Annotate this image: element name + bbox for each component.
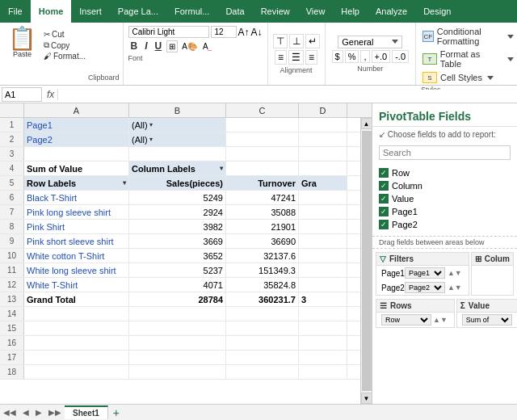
tab-file[interactable]: File xyxy=(0,0,31,23)
vertical-scrollbar[interactable]: ▲ ▼ xyxy=(360,118,372,404)
cell-a8[interactable]: Pink Shirt xyxy=(24,220,129,233)
tab-help[interactable]: Help xyxy=(333,0,368,23)
increase-decimal-button[interactable]: +.0 xyxy=(372,50,391,63)
cell-b8[interactable]: 3982 xyxy=(129,220,226,233)
cell-c10[interactable]: 32137.6 xyxy=(226,249,299,262)
font-name-input[interactable] xyxy=(128,26,209,38)
align-center-button[interactable]: ☰ xyxy=(288,50,304,65)
tab-page-layout[interactable]: Page La... xyxy=(110,0,166,23)
cell-b17[interactable] xyxy=(129,351,226,364)
sheet-nav-next[interactable]: ▶ xyxy=(32,406,45,418)
cell-c8[interactable]: 21901 xyxy=(226,220,299,233)
pivot-search-input[interactable] xyxy=(380,146,510,159)
formula-input[interactable] xyxy=(58,90,517,99)
cell-b15[interactable] xyxy=(129,321,226,335)
cell-d4[interactable] xyxy=(299,162,347,175)
cell-a12[interactable]: White T-Shirt xyxy=(24,278,129,292)
sheet-nav-prev[interactable]: ◀ xyxy=(19,406,32,418)
format-table-button[interactable]: T Format as Table xyxy=(421,48,515,69)
cell-c12[interactable]: 35824.8 xyxy=(226,278,299,292)
percent-button[interactable]: % xyxy=(345,50,359,63)
filter-page1-scroll[interactable]: ▲▼ xyxy=(446,269,464,277)
cell-b4[interactable]: Column Labels▾ xyxy=(129,162,226,175)
cell-c11[interactable]: 151349.3 xyxy=(226,263,299,277)
rows-scroll[interactable]: ▲▼ xyxy=(431,316,449,324)
cell-d2[interactable] xyxy=(299,132,347,146)
cell-a11[interactable]: White long sleeve shirt xyxy=(24,263,129,277)
tab-analyze[interactable]: Analyze xyxy=(368,0,415,23)
cell-d11[interactable] xyxy=(299,263,347,277)
cell-styles-button[interactable]: S Cell Styles xyxy=(421,71,515,84)
col-header-d[interactable]: D xyxy=(299,103,347,117)
cell-c4[interactable] xyxy=(226,162,299,175)
name-box[interactable] xyxy=(2,87,42,102)
cell-a7[interactable]: Pink long sleeve shirt xyxy=(24,205,129,219)
align-top-button[interactable]: ⊤ xyxy=(273,34,288,48)
scroll-thumb[interactable] xyxy=(362,131,372,391)
cell-b11[interactable]: 5237 xyxy=(129,263,226,277)
cell-d13[interactable]: 3 xyxy=(299,292,347,306)
cell-d18[interactable] xyxy=(299,365,347,379)
sheet-nav-right[interactable]: ▶▶ xyxy=(45,406,65,418)
cell-a4[interactable]: Sum of Value xyxy=(24,162,129,175)
cell-d9[interactable] xyxy=(299,234,347,248)
cell-a6[interactable]: Black T-Shirt xyxy=(24,191,129,204)
cell-d12[interactable] xyxy=(299,278,347,292)
decrease-font-button[interactable]: A↓ xyxy=(251,27,263,38)
cell-c15[interactable] xyxy=(226,321,299,335)
format-painter-button[interactable]: 🖌 Format... xyxy=(41,51,88,61)
cell-d7[interactable] xyxy=(299,205,347,219)
cell-d8[interactable] xyxy=(299,220,347,233)
cell-c14[interactable] xyxy=(226,307,299,321)
cell-a5[interactable]: Row Labels▾ xyxy=(24,176,129,190)
italic-button[interactable]: I xyxy=(142,40,149,52)
sheet-nav-left[interactable]: ◀◀ xyxy=(0,406,19,418)
align-right-button[interactable]: ≡ xyxy=(305,50,317,65)
cell-b7[interactable]: 2924 xyxy=(129,205,226,219)
cell-a16[interactable] xyxy=(24,336,129,350)
wrap-text-button[interactable]: ↵ xyxy=(305,34,320,48)
cell-b3[interactable] xyxy=(129,147,226,161)
cell-b1[interactable]: (All)▾ xyxy=(129,118,226,132)
cell-b13[interactable]: 28784 xyxy=(129,292,226,306)
cell-d16[interactable] xyxy=(299,336,347,350)
tab-data[interactable]: Data xyxy=(217,0,252,23)
cell-a10[interactable]: White cotton T-Shirt xyxy=(24,249,129,262)
cut-button[interactable]: ✂ Cut xyxy=(41,29,88,40)
rows-row-select[interactable]: Row xyxy=(381,314,431,326)
pivot-checkbox-page2[interactable] xyxy=(379,220,389,229)
pivot-checkbox-column[interactable] xyxy=(379,181,389,191)
col-header-a[interactable]: A xyxy=(24,103,129,117)
cell-a1[interactable]: Page1 xyxy=(24,118,129,132)
pivot-checkbox-page1[interactable] xyxy=(379,207,389,216)
copy-button[interactable]: ⧉ Copy xyxy=(41,40,88,51)
cell-a18[interactable] xyxy=(24,365,129,379)
cell-c2[interactable] xyxy=(226,132,299,146)
pivot-checkbox-value[interactable] xyxy=(379,194,389,204)
cell-c16[interactable] xyxy=(226,336,299,350)
fill-color-button[interactable]: A🎨 xyxy=(180,41,199,52)
cell-c17[interactable] xyxy=(226,351,299,364)
cell-b5[interactable]: Sales(pieces) xyxy=(129,176,226,190)
cell-a15[interactable] xyxy=(24,321,129,335)
cell-b6[interactable]: 5249 xyxy=(129,191,226,204)
tab-home[interactable]: Home xyxy=(31,0,72,23)
tab-insert[interactable]: Insert xyxy=(71,0,110,23)
comma-button[interactable]: , xyxy=(360,50,369,63)
cell-d6[interactable] xyxy=(299,191,347,204)
col-header-c[interactable]: C xyxy=(226,103,299,117)
paste-button[interactable]: 📋 Paste xyxy=(3,26,41,60)
cell-d5[interactable]: Gra xyxy=(299,176,347,190)
cell-a2[interactable]: Page2 xyxy=(24,132,129,146)
cell-c6[interactable]: 47241 xyxy=(226,191,299,204)
scroll-down-button[interactable]: ▼ xyxy=(361,393,372,404)
cell-b14[interactable] xyxy=(129,307,226,321)
align-middle-button[interactable]: ⊥ xyxy=(289,34,304,48)
filter-page2-select[interactable]: Page2 xyxy=(405,282,445,293)
cell-a9[interactable]: Pink short sleeve shirt xyxy=(24,234,129,248)
conditional-formatting-button[interactable]: CF Conditional Formatting xyxy=(421,26,515,47)
cell-b9[interactable]: 3669 xyxy=(129,234,226,248)
col-header-b[interactable]: B xyxy=(129,103,226,117)
cell-d10[interactable] xyxy=(299,249,347,262)
cell-a17[interactable] xyxy=(24,351,129,364)
